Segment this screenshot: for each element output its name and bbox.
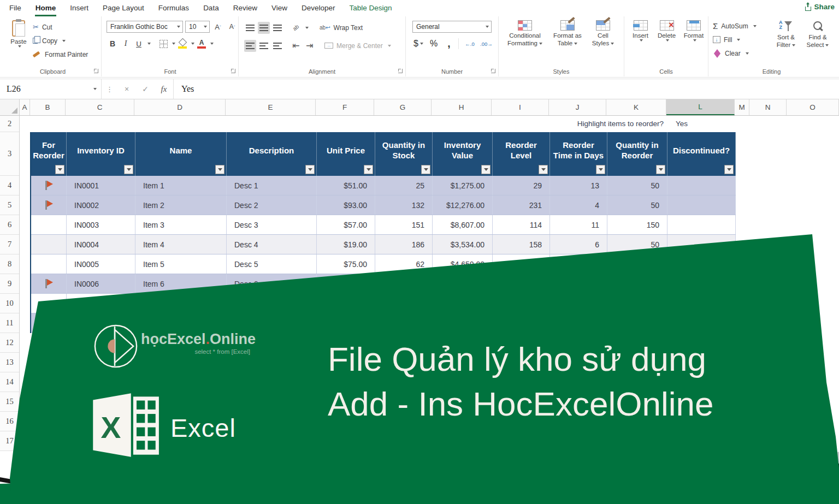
font-size-combo[interactable]: 10 <box>185 21 210 33</box>
format-painter-button[interactable]: Format Painter <box>33 48 88 61</box>
cell-flagcell[interactable] <box>31 254 67 274</box>
middle-align-button[interactable] <box>258 22 270 34</box>
cell-desc[interactable] <box>227 313 317 333</box>
cell-level[interactable] <box>493 274 550 293</box>
cell-level[interactable]: 158 <box>493 235 550 254</box>
bold-button[interactable]: B <box>107 38 119 50</box>
row-header-7[interactable]: 7 <box>0 235 19 254</box>
cell-value[interactable] <box>433 274 493 293</box>
name-box[interactable]: L26 <box>0 79 102 99</box>
cell-id[interactable] <box>67 294 135 313</box>
row-header-14[interactable]: 14 <box>0 372 19 392</box>
cell-value[interactable]: $12,276.00 <box>433 195 493 215</box>
cell-value[interactable]: $3,534.00 <box>433 235 493 254</box>
column-header-i[interactable]: I <box>492 99 549 115</box>
wrap-text-button[interactable]: ab↩ Wrap Text <box>320 21 363 34</box>
align-right-button[interactable] <box>271 40 283 52</box>
cell-disc[interactable] <box>667 274 736 293</box>
decrease-decimal-button[interactable]: .00→ <box>479 38 494 50</box>
table-row-in0003[interactable]: IN0003Item 3Desc 3$57.00151$8,607.001141… <box>31 215 736 235</box>
row-header-16[interactable]: 16 <box>0 412 19 431</box>
insert-cells-button[interactable]: Insert <box>628 19 653 43</box>
cell-flagcell[interactable] <box>31 294 67 313</box>
cell-level[interactable]: 231 <box>493 195 550 215</box>
insert-function-button[interactable]: fx <box>155 85 173 94</box>
cell-disc[interactable] <box>667 235 736 254</box>
cell-id[interactable]: IN0005 <box>67 254 135 274</box>
column-header-l[interactable]: L <box>666 99 735 115</box>
column-header-d[interactable]: D <box>134 99 226 115</box>
grow-font-button[interactable]: Aˆ <box>212 21 224 33</box>
cell-time[interactable]: 4 <box>550 195 607 215</box>
tab-formulas[interactable]: Formulas <box>151 0 196 16</box>
cell-id[interactable]: IN0003 <box>67 215 135 234</box>
cell-id[interactable]: IN0006 <box>67 274 135 293</box>
cell-value[interactable]: $1,275.00 <box>433 176 493 195</box>
cut-button[interactable]: ✂ Cut <box>33 20 88 34</box>
table-row-in0005[interactable]: IN0005Item 5Desc 5$75.0062$4,650.00 <box>31 254 736 274</box>
font-dialog-launcher[interactable] <box>231 69 235 73</box>
format-cells-button[interactable]: Format <box>680 19 707 43</box>
row-header-6[interactable]: 6 <box>0 215 19 235</box>
column-header-c[interactable]: C <box>66 99 134 115</box>
filter-button-inventory-value[interactable] <box>481 165 491 174</box>
column-header-a[interactable]: A <box>20 99 30 115</box>
row-header-9[interactable]: 9 <box>0 274 19 294</box>
cell-time[interactable] <box>550 254 607 274</box>
borders-button[interactable] <box>157 38 169 50</box>
select-all-corner[interactable] <box>0 99 20 115</box>
cell-id[interactable]: IN0001 <box>67 176 135 195</box>
cell-disc[interactable] <box>667 313 736 333</box>
cell-desc[interactable]: Desc 3 <box>227 215 317 234</box>
filter-button-reorder-level[interactable] <box>539 165 548 174</box>
cell-time[interactable] <box>550 274 607 293</box>
cell-price[interactable] <box>317 274 375 293</box>
tab-developer[interactable]: Developer <box>294 0 342 16</box>
row-header-13[interactable]: 13 <box>0 353 19 372</box>
top-align-button[interactable] <box>244 22 256 34</box>
cell-name[interactable]: Item 5 <box>135 254 227 274</box>
cell-id[interactable] <box>67 313 135 333</box>
cell-price[interactable]: $57.00 <box>317 215 375 234</box>
cell-qty[interactable] <box>375 294 433 313</box>
cell-desc[interactable] <box>227 294 317 313</box>
tab-home[interactable]: Home <box>28 0 63 16</box>
cell-value[interactable] <box>433 313 493 333</box>
format-as-table-button[interactable]: Format as Table <box>548 19 587 49</box>
cell-desc[interactable]: Desc 6 <box>227 274 317 293</box>
underline-button[interactable]: U <box>133 38 145 50</box>
row-header-3[interactable]: 3 <box>0 132 19 176</box>
cell-styles-button[interactable]: Cell Styles <box>587 19 619 49</box>
cell-qty[interactable] <box>375 313 433 333</box>
cell-level[interactable] <box>493 313 550 333</box>
table-row-in0006[interactable]: IN0006Item 6Desc 6 <box>31 274 736 294</box>
chevron-down-icon[interactable] <box>305 27 309 29</box>
share-button[interactable]: Share <box>802 1 838 13</box>
cell-name[interactable]: Item 6 <box>135 274 227 293</box>
decrease-indent-button[interactable]: ⇤ <box>290 40 302 52</box>
cell-time[interactable]: 13 <box>550 176 607 195</box>
comma-style-button[interactable]: , <box>443 38 455 50</box>
font-color-button[interactable]: A <box>196 38 208 50</box>
cell-reorder[interactable] <box>607 313 667 333</box>
align-center-button[interactable] <box>258 40 270 52</box>
row-header-8[interactable]: 8 <box>0 254 19 274</box>
cell-desc[interactable]: Desc 4 <box>227 235 317 254</box>
cell-disc[interactable] <box>667 294 736 313</box>
cell-time[interactable] <box>550 294 607 313</box>
chevron-down-icon[interactable] <box>172 43 175 45</box>
cell-time[interactable]: 11 <box>550 215 607 234</box>
cell-desc[interactable]: Desc 1 <box>227 176 317 195</box>
cell-flagcell[interactable] <box>31 195 67 215</box>
cell-reorder[interactable]: 50 <box>607 176 667 195</box>
filter-button-discontinued[interactable] <box>724 165 734 174</box>
cancel-button[interactable]: × <box>117 85 136 93</box>
tab-file[interactable]: File <box>2 0 28 16</box>
orientation-button[interactable]: ab <box>290 22 302 34</box>
copy-button[interactable]: Copy <box>33 34 88 48</box>
accounting-format-button[interactable]: $ <box>412 38 424 50</box>
cell-id[interactable]: IN0004 <box>67 235 135 254</box>
row-header-4[interactable]: 4 <box>0 176 19 195</box>
tab-data[interactable]: Data <box>196 0 226 16</box>
cell-flagcell[interactable] <box>31 215 67 234</box>
